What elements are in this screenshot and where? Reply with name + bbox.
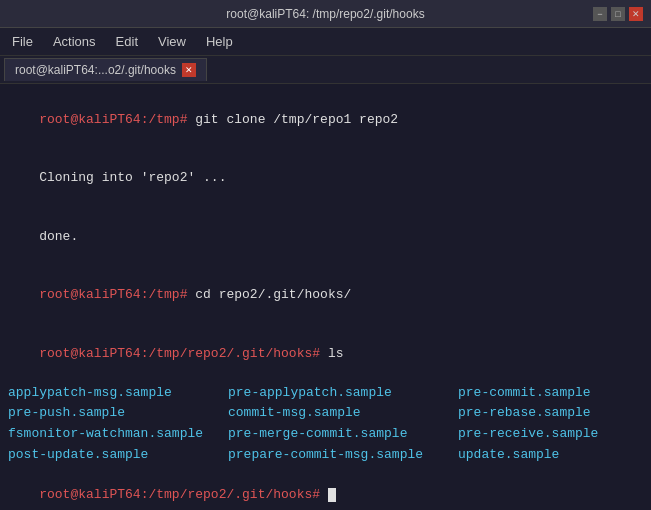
ls-file: post-update.sample [8,445,228,466]
prompt: root@kaliPT64:/tmp/repo2/.git/hooks# [39,346,320,361]
maximize-button[interactable]: □ [611,7,625,21]
terminal-line: root@kaliPT64:/tmp/repo2/.git/hooks# ls [8,324,643,383]
ls-file: pre-rebase.sample [458,403,651,424]
ls-file: prepare-commit-msg.sample [228,445,458,466]
title-bar: root@kaliPT64: /tmp/repo2/.git/hooks − □… [0,0,651,28]
menu-file[interactable]: File [6,32,39,51]
window-controls: − □ ✕ [593,7,643,21]
tab-close-button[interactable]: ✕ [182,63,196,77]
ls-file: pre-push.sample [8,403,228,424]
terminal-line: root@kaliPT64:/tmp# cd repo2/.git/hooks/ [8,266,643,325]
ls-file: pre-merge-commit.sample [228,424,458,445]
menu-actions[interactable]: Actions [47,32,102,51]
ls-file: commit-msg.sample [228,403,458,424]
prompt-hash [320,487,328,502]
prompt: root@kaliPT64:/tmp# [39,112,187,127]
ls-output: applypatch-msg.sample pre-applypatch.sam… [8,383,643,466]
ls-file: update.sample [458,445,651,466]
prompt: root@kaliPT64:/tmp# [39,287,187,302]
tab-label: root@kaliPT64:...o2/.git/hooks [15,63,176,77]
terminal-tab[interactable]: root@kaliPT64:...o2/.git/hooks ✕ [4,58,207,81]
terminal-line: root@kaliPT64:/tmp# git clone /tmp/repo1… [8,90,643,149]
output-text: done. [39,229,78,244]
output-text: Cloning into 'repo2' ... [39,170,226,185]
window-title: root@kaliPT64: /tmp/repo2/.git/hooks [58,7,593,21]
menu-edit[interactable]: Edit [110,32,144,51]
minimize-button[interactable]: − [593,7,607,21]
menu-help[interactable]: Help [200,32,239,51]
menu-bar: File Actions Edit View Help [0,28,651,56]
tab-bar: root@kaliPT64:...o2/.git/hooks ✕ [0,56,651,84]
command-text: cd repo2/.git/hooks/ [187,287,351,302]
close-button[interactable]: ✕ [629,7,643,21]
prompt-final: root@kaliPT64:/tmp/repo2/.git/hooks# [39,487,320,502]
ls-file: pre-commit.sample [458,383,651,404]
terminal-prompt-final: root@kaliPT64:/tmp/repo2/.git/hooks# [8,466,643,510]
command-text: git clone /tmp/repo1 repo2 [187,112,398,127]
menu-view[interactable]: View [152,32,192,51]
ls-file: pre-applypatch.sample [228,383,458,404]
terminal-output: Cloning into 'repo2' ... [8,149,643,208]
command-text: ls [320,346,343,361]
cursor [328,488,336,502]
ls-file: pre-receive.sample [458,424,651,445]
ls-file: applypatch-msg.sample [8,383,228,404]
terminal-area[interactable]: root@kaliPT64:/tmp# git clone /tmp/repo1… [0,84,651,510]
ls-file: fsmonitor-watchman.sample [8,424,228,445]
terminal-output: done. [8,207,643,266]
